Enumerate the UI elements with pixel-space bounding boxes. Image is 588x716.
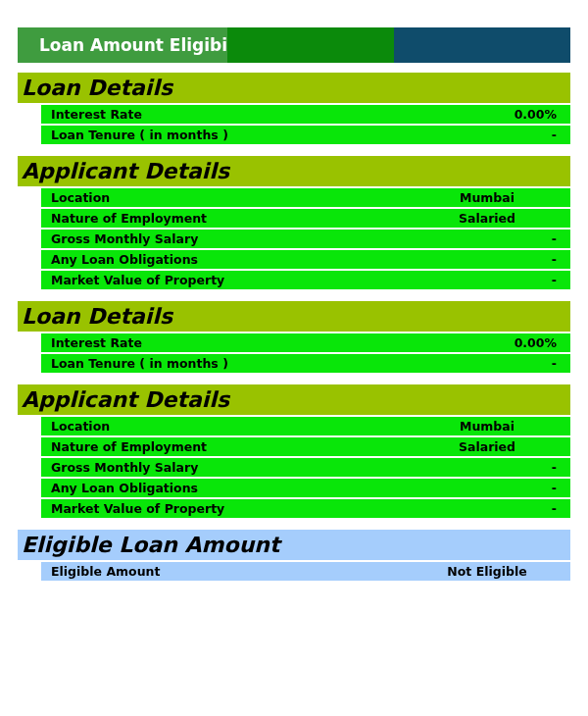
- row-label: Market Value of Property: [51, 501, 463, 516]
- row-label: Gross Monthly Salary: [51, 231, 463, 246]
- title-bar: Loan Amount Eligibility Calculator: [18, 27, 570, 63]
- row-label: Any Loan Obligations: [51, 481, 463, 495]
- rows: LocationMumbaiNature of EmploymentSalari…: [18, 417, 570, 518]
- row-label: Location: [51, 419, 414, 434]
- row-label: Nature of Employment: [51, 211, 414, 226]
- sections-container: Loan DetailsInterest Rate0.00%Loan Tenur…: [18, 73, 570, 581]
- table-row: Any Loan Obligations-: [41, 250, 570, 269]
- rows: Interest Rate0.00%Loan Tenure ( in month…: [18, 333, 570, 373]
- section: Applicant DetailsLocationMumbaiNature of…: [18, 156, 570, 289]
- title-segment-2: [227, 27, 393, 63]
- title-segment-3: [394, 27, 570, 63]
- row-value: -: [463, 231, 561, 246]
- row-value: Mumbai: [414, 419, 561, 434]
- rows: Interest Rate0.00%Loan Tenure ( in month…: [18, 105, 570, 144]
- table-row: Market Value of Property-: [41, 271, 570, 289]
- row-value: -: [463, 356, 561, 371]
- table-row: LocationMumbai: [41, 417, 570, 435]
- row-value: -: [463, 128, 561, 142]
- section-header: Loan Details: [18, 301, 570, 332]
- table-row: Interest Rate0.00%: [41, 105, 570, 124]
- table-row: Nature of EmploymentSalaried: [41, 209, 570, 228]
- section-header: Loan Details: [18, 73, 570, 103]
- row-value: 0.00%: [463, 107, 561, 122]
- row-label: Loan Tenure ( in months ): [51, 356, 463, 371]
- row-value: -: [463, 481, 561, 495]
- row-value: -: [463, 252, 561, 267]
- row-value: Mumbai: [414, 190, 561, 205]
- row-value: -: [463, 501, 561, 516]
- section-header: Applicant Details: [18, 384, 570, 415]
- section: Loan DetailsInterest Rate0.00%Loan Tenur…: [18, 73, 570, 144]
- row-label: Nature of Employment: [51, 439, 414, 454]
- row-label: Location: [51, 190, 414, 205]
- table-row: Eligible AmountNot Eligible: [41, 562, 570, 581]
- row-label: Loan Tenure ( in months ): [51, 128, 463, 142]
- table-row: Loan Tenure ( in months )-: [41, 126, 570, 144]
- table-row: Loan Tenure ( in months )-: [41, 354, 570, 373]
- row-label: Eligible Amount: [51, 564, 414, 579]
- table-row: Gross Monthly Salary-: [41, 230, 570, 248]
- row-value: 0.00%: [463, 335, 561, 350]
- section-header: Eligible Loan Amount: [18, 530, 570, 560]
- table-row: Nature of EmploymentSalaried: [41, 437, 570, 456]
- table-row: Interest Rate0.00%: [41, 333, 570, 352]
- rows: LocationMumbaiNature of EmploymentSalari…: [18, 188, 570, 289]
- row-value: -: [463, 273, 561, 287]
- row-value: Salaried: [414, 439, 561, 454]
- section: Loan DetailsInterest Rate0.00%Loan Tenur…: [18, 301, 570, 373]
- row-value: Salaried: [414, 211, 561, 226]
- section: Applicant DetailsLocationMumbaiNature of…: [18, 384, 570, 518]
- table-row: Gross Monthly Salary-: [41, 458, 570, 477]
- row-value: Not Eligible: [414, 564, 561, 579]
- rows: Eligible AmountNot Eligible: [18, 562, 570, 581]
- row-label: Market Value of Property: [51, 273, 463, 287]
- title-segment-1: Loan Amount Eligibility Calculator: [18, 27, 227, 63]
- row-label: Gross Monthly Salary: [51, 460, 463, 475]
- section-header: Applicant Details: [18, 156, 570, 186]
- table-row: LocationMumbai: [41, 188, 570, 207]
- table-row: Any Loan Obligations-: [41, 479, 570, 497]
- row-label: Interest Rate: [51, 335, 463, 350]
- row-label: Interest Rate: [51, 107, 463, 122]
- row-label: Any Loan Obligations: [51, 252, 463, 267]
- row-value: -: [463, 460, 561, 475]
- section: Eligible Loan AmountEligible AmountNot E…: [18, 530, 570, 581]
- table-row: Market Value of Property-: [41, 499, 570, 518]
